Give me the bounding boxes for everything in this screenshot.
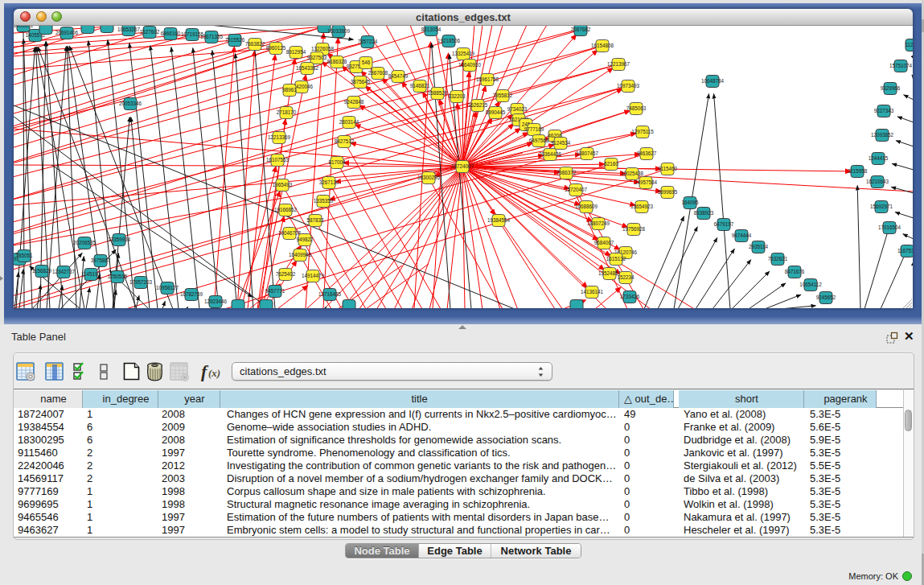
svg-text:9684067: 9684067: [594, 240, 614, 245]
svg-text:2867608: 2867608: [368, 70, 388, 76]
svg-text:2935114: 2935114: [749, 244, 769, 249]
svg-text:7485063: 7485063: [626, 105, 647, 111]
svg-text:6466160: 6466160: [161, 31, 181, 36]
svg-text:8186328: 8186328: [327, 59, 347, 64]
svg-text:8427512: 8427512: [335, 138, 355, 144]
svg-text:10688609: 10688609: [575, 204, 598, 209]
svg-text:16961758: 16961758: [476, 76, 499, 82]
svg-text:8960125: 8960125: [266, 45, 286, 51]
svg-text:3215958: 3215958: [848, 168, 868, 174]
svg-text:13716485: 13716485: [318, 291, 342, 297]
svg-text:18724007: 18724007: [451, 163, 474, 169]
svg-text:10973493: 10973493: [617, 83, 640, 89]
svg-text:1733426: 1733426: [620, 294, 640, 299]
svg-text:20053346: 20053346: [119, 101, 142, 106]
svg-text:9115460: 9115460: [658, 166, 678, 171]
svg-text:8813054: 8813054: [421, 27, 441, 32]
svg-text:14914479: 14914479: [302, 273, 325, 278]
svg-text:13325419: 13325419: [452, 51, 475, 56]
svg-text:18300295: 18300295: [417, 175, 441, 180]
svg-text:10648784: 10648784: [701, 78, 725, 84]
svg-text:20364436: 20364436: [539, 151, 562, 157]
svg-text:19166852: 19166852: [274, 207, 298, 212]
svg-text:9474444: 9474444: [732, 233, 752, 238]
svg-text:14957584: 14957584: [634, 179, 658, 185]
svg-text:17359934: 17359934: [108, 237, 131, 242]
svg-text:1615132: 1615132: [606, 256, 626, 262]
svg-text:9245652: 9245652: [816, 295, 836, 300]
svg-text:832203: 832203: [448, 93, 466, 99]
svg-text:1250515: 1250515: [108, 274, 128, 279]
svg-text:12093852: 12093852: [871, 132, 894, 138]
svg-text:1405571: 1405571: [14, 26, 34, 28]
svg-text:11212: 11212: [905, 42, 913, 47]
svg-text:13226058: 13226058: [311, 46, 335, 51]
svg-text:9327503: 9327503: [307, 55, 327, 60]
svg-text:13654923: 13654923: [630, 204, 654, 209]
svg-text:17016504: 17016504: [878, 225, 901, 230]
svg-text:62160: 62160: [604, 161, 618, 167]
svg-text:1965493: 1965493: [273, 182, 293, 187]
svg-text:9146821: 9146821: [410, 83, 430, 89]
svg-text:3875645: 3875645: [351, 79, 371, 84]
svg-text:20691406: 20691406: [55, 30, 79, 35]
svg-text:2718170: 2718170: [277, 109, 297, 115]
svg-text:16543382: 16543382: [296, 65, 319, 71]
svg-text:1156829: 1156829: [32, 268, 52, 274]
svg-text:12923446: 12923446: [204, 299, 228, 304]
svg-text:8471676: 8471676: [785, 269, 805, 274]
svg-text:164095: 164095: [681, 200, 699, 205]
svg-text:9227343: 9227343: [874, 108, 894, 113]
svg-text:9457771: 9457771: [265, 288, 285, 294]
svg-text:9242848: 9242848: [344, 99, 364, 105]
svg-text:9734023: 9734023: [507, 106, 528, 112]
svg-text:7663822: 7663822: [245, 41, 265, 47]
svg-text:12342737: 12342737: [52, 269, 76, 274]
svg-text:1335359: 1335359: [314, 198, 334, 204]
svg-text:7955812: 7955812: [493, 93, 513, 98]
svg-text:3975867: 3975867: [91, 257, 111, 263]
svg-text:2803144: 2803144: [339, 119, 359, 125]
svg-text:2087682: 2087682: [571, 27, 591, 32]
svg-text:16640910: 16640910: [458, 62, 482, 68]
svg-text:7857224: 7857224: [358, 39, 378, 44]
svg-text:12975115: 12975115: [631, 129, 654, 134]
svg-text:7632621: 7632621: [768, 256, 788, 262]
svg-text:3267130: 3267130: [319, 179, 339, 185]
svg-text:1588520: 1588520: [428, 90, 448, 96]
svg-text:15692971: 15692971: [870, 204, 893, 209]
svg-text:3124534: 3124534: [551, 140, 571, 146]
svg-text:20206535: 20206535: [73, 240, 97, 245]
svg-text:152234: 152234: [617, 274, 634, 280]
svg-text:949822: 949822: [296, 237, 314, 242]
svg-text:817004: 817004: [328, 159, 346, 165]
svg-text:16409948: 16409948: [289, 252, 312, 257]
svg-text:1244415: 1244415: [869, 155, 889, 161]
svg-text:7515526: 7515526: [225, 37, 245, 43]
svg-text:15751074: 15751074: [889, 63, 913, 68]
svg-text:6497568: 6497568: [529, 138, 549, 143]
svg-text:785051: 785051: [15, 253, 33, 258]
svg-text:8938923: 8938923: [694, 210, 714, 216]
svg-text:98961: 98961: [282, 87, 297, 93]
svg-text:15720407: 15720407: [565, 187, 588, 192]
svg-text:9463627: 9463627: [637, 150, 657, 156]
svg-text:10046708: 10046708: [278, 230, 302, 236]
svg-text:16154808: 16154808: [591, 43, 614, 48]
svg-text:10025438: 10025438: [621, 171, 644, 176]
svg-text:12213967: 12213967: [607, 61, 630, 67]
svg-text:19756928: 19756928: [622, 226, 646, 232]
svg-text:16107553: 16107553: [266, 157, 290, 163]
svg-text:8454749: 8454749: [388, 73, 409, 79]
svg-text:10653267: 10653267: [117, 27, 141, 32]
svg-text:10671355: 10671355: [200, 34, 224, 39]
svg-text:8912954: 8912954: [286, 49, 306, 55]
svg-text:16033809: 16033809: [327, 28, 351, 34]
svg-text:9329966: 9329966: [881, 85, 901, 91]
svg-text:1167531: 1167531: [897, 248, 913, 253]
svg-text:14136141: 14136141: [581, 289, 604, 295]
svg-text:6899695: 6899695: [658, 189, 678, 195]
svg-text:16782759: 16782759: [180, 291, 203, 297]
svg-text:(x): (x): [208, 367, 220, 379]
svg-text:19218506: 19218506: [437, 38, 461, 43]
